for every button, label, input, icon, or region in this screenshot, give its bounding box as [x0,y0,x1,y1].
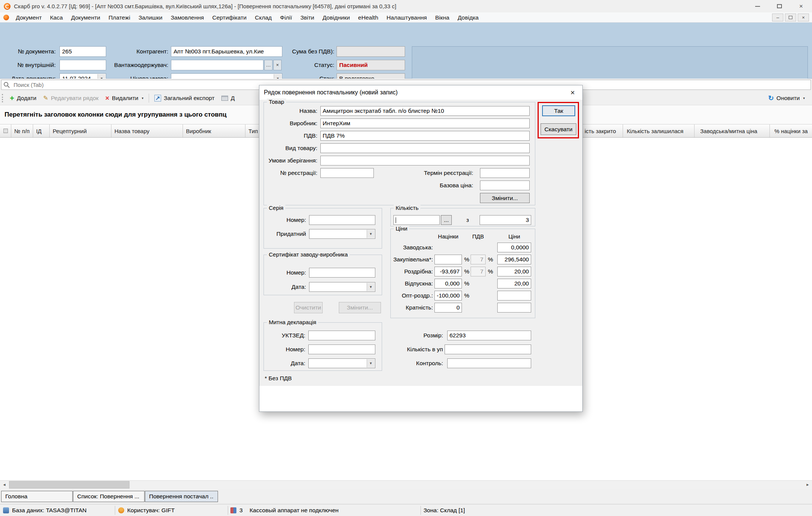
menu-item-help[interactable]: Довідка [454,12,483,23]
size-input[interactable]: 62293 [447,331,531,340]
mdi-close-button[interactable]: × [798,14,809,21]
scroll-right-button[interactable]: ► [803,481,812,489]
uktzed-input[interactable] [308,331,375,340]
control-input[interactable] [447,358,531,368]
menu-item-payments[interactable]: Платежі [104,12,134,23]
product-name-input[interactable]: Амицитрон экстратаб табл. п/о блистер №1… [320,106,530,116]
certificate-number-input[interactable] [309,268,375,278]
tab-returns-list[interactable]: Список: Повернення ... [73,491,145,502]
header-cell-prescription[interactable]: Рецептурний [50,124,111,137]
print-button[interactable]: Д [218,93,238,104]
mdi-minimize-button[interactable]: – [772,14,783,21]
edit-row-button[interactable]: ✎ Редагувати рядок [40,93,102,104]
export-button[interactable]: ↗ Загальний експорт [151,93,218,104]
change-product-button[interactable]: Змінити... [480,193,530,203]
header-cell-producer[interactable]: Виробник [183,124,245,137]
selling-price-input[interactable]: 20,00 [497,279,531,288]
certificate-clear-button[interactable]: Очистити [294,302,323,313]
menu-item-branches[interactable]: Філії [276,12,296,23]
menu-item-certificates[interactable]: Сертифікати [208,12,251,23]
certificate-date-combobox[interactable]: ▼ [309,282,375,292]
header-cell-factory-price[interactable]: Заводська/митна ціна [695,124,770,137]
retail-markup-input[interactable]: -93,697 [434,267,462,276]
yes-button[interactable]: Так [542,105,575,116]
menu-item-document[interactable]: Документ [12,12,46,23]
scrollbar-thumb[interactable] [9,481,129,489]
menu-item-orders[interactable]: Замовлення [166,12,208,23]
menu-item-ehealth[interactable]: eHealth [354,12,382,23]
export-icon: ↗ [154,95,161,102]
customs-number-label: Номер: [264,345,305,354]
quantity-lookup-button[interactable]: ... [441,215,452,225]
multiplicity-input[interactable]: 0 [434,303,462,313]
maximize-icon [777,4,782,8]
toolbar-drag-handle[interactable] [2,94,3,102]
selling-markup-input[interactable]: 0,000 [434,279,462,288]
quantity-input[interactable] [393,215,440,225]
customs-number-input[interactable] [308,345,375,354]
series-groupbox: Серія [264,208,382,249]
product-kind-input[interactable] [320,143,530,153]
certificate-change-button[interactable]: Змінити... [339,302,381,313]
storage-conditions-input[interactable] [320,156,530,165]
menu-item-settings[interactable]: Налаштування [382,12,431,23]
multiplicity-price-input[interactable] [497,303,531,313]
horizontal-scrollbar[interactable]: ◄ ► [0,480,812,489]
quantity-total-input[interactable]: 3 [480,215,531,225]
menu-item-reports[interactable]: Звіти [296,12,318,23]
purchase-price-input[interactable]: 296,5400 [497,255,531,264]
toolbar-right-group: ↻ Оновити ▾ [765,93,808,104]
customs-date-combobox[interactable]: ▼ [308,358,375,368]
wholesale-markup-input[interactable]: -100,000 [434,291,462,300]
header-cell-markup-pct[interactable]: % націнки за [770,124,812,137]
contractor-input[interactable]: Апт №003 пгт.Барышевка, ул.Кие [171,46,282,57]
consignee-clear-button[interactable]: × [273,60,282,70]
menu-item-stocks[interactable]: Залишки [134,12,167,23]
minimize-button[interactable] [746,0,768,12]
doc-number-label: № документа: [0,46,56,57]
header-cell-product-name[interactable]: Назва товару [111,124,183,137]
maximize-button[interactable] [768,0,790,12]
chevron-down-icon[interactable]: ▼ [367,230,375,238]
header-cell-qty-closed[interactable]: ість закрито [585,124,623,137]
add-row-button[interactable]: + Додати [6,93,40,104]
header-cell-id[interactable]: ІД [33,124,50,137]
series-number-input[interactable] [309,215,375,225]
delete-row-button[interactable]: × Видалити ▾ [102,93,147,104]
close-button[interactable]: × [790,0,812,12]
cancel-button[interactable]: Скасувати [541,123,576,135]
refresh-button[interactable]: ↻ Оновити ▾ [765,93,808,104]
consignee-input[interactable] [171,60,264,70]
group-by-hint: Перетягніть заголовок колонки сюди для у… [5,111,227,118]
menu-item-windows[interactable]: Вікна [431,12,454,23]
add-row-label: Додати [17,95,37,102]
reg-term-input[interactable] [480,168,530,178]
tab-return-to-supplier[interactable]: Повернення постачал .. [145,491,218,502]
header-cell-qty-remaining[interactable]: Кількість залишилася [623,124,695,137]
menu-item-documents[interactable]: Документи [67,12,104,23]
mdi-restore-button[interactable] [785,14,796,21]
vat-input[interactable]: ПДВ 7% [320,131,530,141]
menu-item-directories[interactable]: Довідники [318,12,354,23]
series-valid-label: Придатний [264,229,306,239]
scroll-left-button[interactable]: ◄ [0,481,9,489]
chevron-down-icon[interactable]: ▼ [367,283,375,291]
menu-item-kasa[interactable]: Каса [46,12,67,23]
user-status: Користувач: GIFT [127,504,175,516]
series-valid-combobox[interactable]: ▼ [309,229,375,239]
producer-input[interactable]: ИнтерХим [320,118,530,128]
pack-quantity-input[interactable] [445,345,531,354]
chevron-down-icon[interactable]: ▼ [367,359,375,367]
consignee-lookup-button[interactable]: … [264,60,273,70]
header-cell-row-number[interactable]: № п/п [11,124,33,137]
retail-price-input[interactable]: 20,00 [497,267,531,276]
reg-number-input[interactable] [320,168,374,178]
purchase-markup-input[interactable] [434,255,462,264]
wholesale-price-input[interactable] [497,291,531,300]
series-groupbox-legend: Серія [267,205,285,211]
tab-home[interactable]: Головна [1,491,73,502]
factory-price-input[interactable]: 0,0000 [497,243,531,252]
base-price-input[interactable] [480,181,530,190]
menu-item-warehouse[interactable]: Склад [251,12,276,23]
dialog-close-button[interactable]: × [567,88,578,97]
